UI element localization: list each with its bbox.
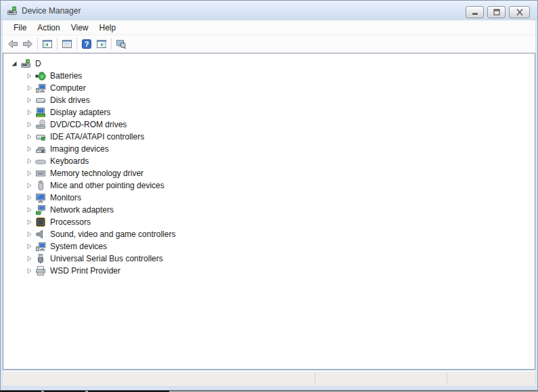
collapsed-chevron-icon[interactable] [26,231,32,238]
collapsed-chevron-icon[interactable] [26,133,32,140]
expanded-chevron-icon[interactable] [11,60,18,67]
tree-item-label: IDE ATA/ATAPI controllers [50,132,144,141]
collapsed-chevron-icon[interactable] [26,170,32,177]
toolbar-separator [111,38,112,50]
tree-item-label: WSD Print Provider [50,266,120,276]
usb-icon [35,253,46,264]
processor-icon [35,217,46,227]
help-button[interactable]: ? [79,37,94,51]
tree-item-dvd-cd-rom-drives[interactable]: DVD/CD-ROM drives [3,118,535,131]
arrow-left-icon [7,39,18,49]
tree-item-imaging-devices[interactable]: Imaging devices [3,143,535,155]
device-manager-window: Device Manager FileActionViewHelp ? D Ba… [0,0,538,392]
collapsed-chevron-icon[interactable] [26,243,32,250]
collapsed-chevron-icon[interactable] [26,219,32,225]
disk-drive-icon [35,95,46,106]
device-tree: D BatteriesComputerDisk drivesDisplay ad… [3,53,535,277]
show-hide-action-pane-button[interactable] [94,37,109,51]
computer-icon [35,83,46,93]
collapsed-chevron-icon[interactable] [26,206,32,213]
close-button[interactable] [509,6,530,18]
help-icon: ? [81,39,92,49]
menu-help[interactable]: Help [94,21,122,35]
window-controls [466,6,530,18]
back-button[interactable] [5,37,20,51]
tree-item-universal-serial-bus-controllers[interactable]: Universal Serial Bus controllers [3,253,535,265]
toolbar-separator [76,38,77,50]
tree-item-label: Processors [50,217,91,227]
tree-item-wsd-print-provider[interactable]: WSD Print Provider [3,265,535,277]
tree-item-label: Imaging devices [50,144,109,154]
collapsed-chevron-icon[interactable] [26,267,32,274]
tree-item-label: DVD/CD-ROM drives [50,120,127,129]
tree-item-monitors[interactable]: Monitors [3,192,535,204]
monitor-icon [35,192,46,203]
tree-item-label: Mice and other pointing devices [50,181,164,190]
network-adapter-icon [35,204,46,215]
tree-item-sound-video-and-game-controllers[interactable]: Sound, video and game controllers [3,228,535,240]
properties-button[interactable] [60,37,74,51]
toolbar-separator [37,38,38,50]
tree-item-system-devices[interactable]: System devices [3,240,535,253]
statusbar-pane-2 [447,372,535,386]
arrow-right-icon [22,39,33,49]
tree-item-mice-and-other-pointing-devices[interactable]: Mice and other pointing devices [3,179,535,192]
maximize-icon [491,7,502,17]
device-manager-icon [7,5,18,16]
collapsed-chevron-icon[interactable] [26,146,32,152]
tree-item-processors[interactable]: Processors [3,216,535,228]
menu-action[interactable]: Action [32,21,65,35]
collapsed-chevron-icon[interactable] [26,109,32,116]
device-tree-panel[interactable]: D BatteriesComputerDisk drivesDisplay ad… [3,53,535,370]
tree-item-label: Disk drives [50,95,90,105]
tree-item-keyboards[interactable]: Keyboards [3,155,535,167]
device-manager-icon [20,58,31,69]
tree-item-label: Network adapters [50,205,114,215]
tree-item-network-adapters[interactable]: Network adapters [3,204,535,216]
tree-item-label: Keyboards [50,156,89,166]
tree-item-memory-technology-driver[interactable]: Memory technology driver [3,167,535,179]
properties-icon [62,39,72,49]
collapsed-chevron-icon[interactable] [26,182,32,189]
forward-button[interactable] [20,37,35,51]
statusbar-pane-0 [3,372,315,386]
collapsed-chevron-icon[interactable] [26,194,32,201]
ide-controller-icon [35,131,46,142]
tree-item-label: Universal Serial Bus controllers [50,254,163,263]
toolbar: ? [3,35,535,53]
dvd-drive-icon [35,119,46,130]
collapsed-chevron-icon[interactable] [26,97,32,104]
tree-item-disk-drives[interactable]: Disk drives [3,94,535,106]
tree-item-display-adapters[interactable]: Display adapters [3,106,535,118]
collapsed-chevron-icon[interactable] [26,72,32,79]
tree-item-label: System devices [50,242,107,251]
tree-item-label: Computer [50,83,86,93]
tree-root-label: D [35,59,41,68]
action-pane-icon [96,39,107,49]
menu-file[interactable]: File [8,21,32,35]
console-tree-icon [42,39,53,49]
scan-for-hardware-changes-button[interactable] [114,37,129,51]
menu-view[interactable]: View [66,21,94,35]
show-hide-console-tree-button[interactable] [40,37,55,51]
statusbar [3,371,535,386]
collapsed-chevron-icon[interactable] [26,255,32,262]
minimize-button[interactable] [466,6,484,18]
tree-root-item[interactable]: D [3,58,535,70]
menubar: FileActionViewHelp [3,20,535,35]
keyboard-icon [35,156,46,167]
window-title: Device Manager [22,6,81,16]
maximize-button[interactable] [487,6,506,18]
tree-item-label: Sound, video and game controllers [50,230,175,239]
device-tree-children: BatteriesComputerDisk drivesDisplay adap… [3,70,535,277]
tree-item-label: Display adapters [50,108,110,117]
tree-item-computer[interactable]: Computer [3,82,535,94]
titlebar[interactable]: Device Manager [1,1,537,20]
tree-item-ide-ata-atapi-controllers[interactable]: IDE ATA/ATAPI controllers [3,131,535,143]
tree-item-label: Monitors [50,193,81,202]
collapsed-chevron-icon[interactable] [26,85,32,91]
collapsed-chevron-icon[interactable] [26,158,32,165]
battery-icon [35,70,46,81]
tree-item-batteries[interactable]: Batteries [3,70,535,82]
collapsed-chevron-icon[interactable] [26,121,32,128]
